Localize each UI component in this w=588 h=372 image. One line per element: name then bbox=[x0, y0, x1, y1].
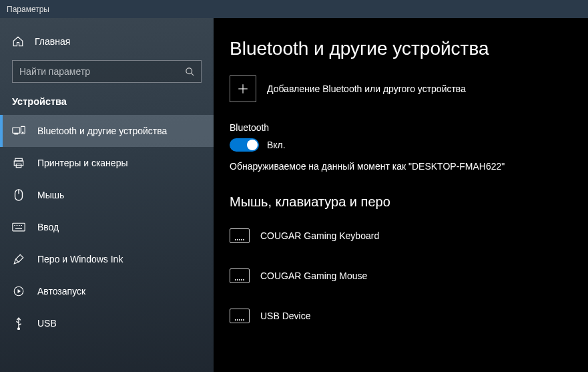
nav-label: Мышь bbox=[37, 190, 64, 200]
nav-label: Ввод bbox=[37, 222, 59, 232]
keyboard-device-icon bbox=[230, 268, 250, 283]
nav-label: USB bbox=[37, 318, 57, 329]
pen-icon bbox=[12, 253, 25, 265]
keyboard-device-icon bbox=[230, 228, 250, 243]
device-label: COUGAR Gaming Mouse bbox=[260, 270, 367, 281]
toggle-state-label: Вкл. bbox=[267, 140, 286, 150]
home-icon bbox=[12, 35, 24, 47]
device-category-title: Мышь, клавиатура и перо bbox=[230, 194, 588, 210]
keyboard-device-icon bbox=[230, 309, 250, 323]
svg-rect-3 bbox=[14, 134, 18, 134]
nav-item-typing[interactable]: Ввод bbox=[0, 211, 214, 243]
usb-icon bbox=[12, 317, 25, 330]
svg-line-17 bbox=[16, 259, 19, 262]
device-item[interactable]: USB Device bbox=[230, 299, 588, 333]
nav-list: Bluetooth и другие устройства Принтеры и… bbox=[0, 115, 214, 339]
device-item[interactable]: COUGAR Gaming Mouse bbox=[230, 259, 588, 293]
titlebar: Параметры bbox=[0, 0, 588, 18]
section-title: Устройства bbox=[0, 91, 214, 115]
nav-item-printers[interactable]: Принтеры и сканеры bbox=[0, 147, 214, 179]
search-input-wrap[interactable] bbox=[12, 60, 202, 83]
window-title: Параметры bbox=[7, 5, 49, 14]
nav-item-usb[interactable]: USB bbox=[0, 307, 214, 339]
svg-marker-19 bbox=[18, 289, 21, 293]
svg-rect-7 bbox=[14, 161, 23, 166]
search-icon bbox=[178, 67, 201, 77]
nav-item-bluetooth[interactable]: Bluetooth и другие устройства bbox=[0, 115, 214, 147]
page-title: Bluetooth и другие устройства bbox=[230, 38, 588, 59]
nav-item-mouse[interactable]: Мышь bbox=[0, 179, 214, 211]
device-label: USB Device bbox=[260, 311, 310, 321]
svg-rect-11 bbox=[13, 223, 25, 231]
home-label: Главная bbox=[35, 36, 70, 47]
svg-point-5 bbox=[23, 132, 23, 133]
keyboard-icon bbox=[12, 222, 25, 232]
svg-point-0 bbox=[186, 67, 192, 73]
add-device-label: Добавление Bluetooth или другого устройс… bbox=[267, 83, 466, 94]
nav-label: Перо и Windows Ink bbox=[37, 254, 123, 264]
svg-line-1 bbox=[191, 73, 194, 75]
plus-icon bbox=[230, 75, 256, 102]
nav-item-pen[interactable]: Перо и Windows Ink bbox=[0, 243, 214, 275]
device-item[interactable]: COUGAR Gaming Keyboard bbox=[230, 219, 588, 252]
autoplay-icon bbox=[12, 285, 25, 297]
printer-icon bbox=[12, 157, 25, 169]
devices-icon bbox=[12, 126, 25, 136]
nav-label: Автозапуск bbox=[37, 286, 85, 297]
nav-item-autoplay[interactable]: Автозапуск bbox=[0, 275, 214, 307]
sidebar: Главная Устройства Bluetooth и другие ус… bbox=[0, 18, 214, 372]
search-input[interactable] bbox=[13, 66, 178, 77]
nav-label: Bluetooth и другие устройства bbox=[37, 126, 167, 136]
nav-label: Принтеры и сканеры bbox=[37, 158, 127, 168]
device-label: COUGAR Gaming Keyboard bbox=[260, 230, 379, 241]
mouse-icon bbox=[12, 188, 25, 202]
svg-rect-2 bbox=[13, 128, 20, 133]
svg-point-21 bbox=[18, 328, 20, 330]
main-panel: Bluetooth и другие устройства Добавление… bbox=[214, 18, 588, 372]
home-button[interactable]: Главная bbox=[0, 28, 214, 55]
bluetooth-toggle[interactable] bbox=[230, 138, 259, 152]
discoverable-text: Обнаруживаемое на данный момент как "DES… bbox=[230, 161, 588, 172]
add-device-button[interactable]: Добавление Bluetooth или другого устройс… bbox=[230, 75, 588, 102]
bluetooth-section-label: Bluetooth bbox=[230, 122, 588, 133]
